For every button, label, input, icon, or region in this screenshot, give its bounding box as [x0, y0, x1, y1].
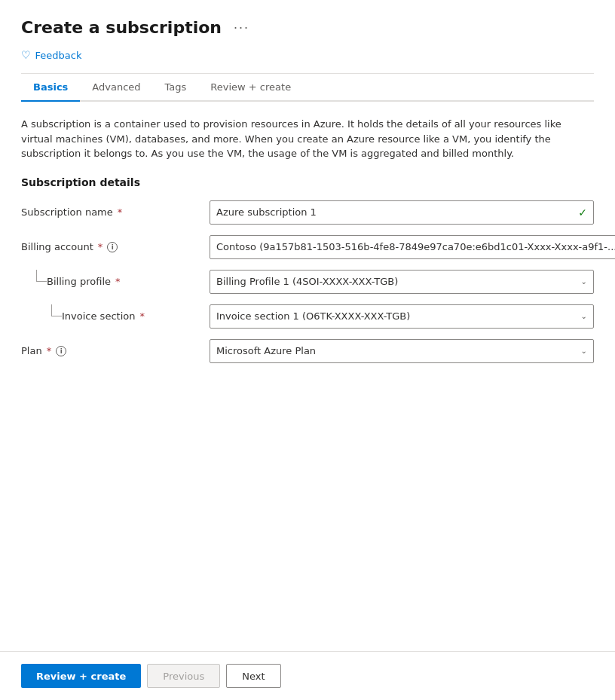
ellipsis-menu-button[interactable]: ··· [229, 18, 254, 37]
invoice-section-row: Invoice section * Invoice section 1 (O6T… [21, 304, 594, 329]
section-title: Subscription details [21, 176, 594, 188]
tab-advanced[interactable]: Advanced [80, 74, 152, 102]
billing-profile-required: * [115, 276, 121, 287]
subscription-name-dropdown[interactable]: Azure subscription 1 ✓ [210, 200, 594, 225]
plan-chevron: ⌄ [581, 347, 587, 355]
tab-tags[interactable]: Tags [153, 74, 199, 102]
chevron-down-icon: ⌄ [581, 347, 587, 355]
page-header: Create a subscription ··· [21, 18, 594, 37]
plan-control: Microsoft Azure Plan ⌄ [210, 339, 594, 363]
chevron-down-icon: ⌄ [581, 312, 587, 320]
feedback-label: Feedback [35, 50, 82, 61]
billing-profile-dropdown[interactable]: Billing Profile 1 (4SOI-XXXX-XXX-TGB) ⌄ [210, 270, 594, 294]
subscription-form: Subscription name * Azure subscription 1… [21, 200, 594, 363]
invoice-section-label-col: Invoice section * [62, 310, 210, 322]
review-create-button[interactable]: Review + create [21, 664, 141, 688]
billing-account-control: Contoso (9a157b81-1503-516b-4fe8-7849e97… [210, 235, 615, 259]
billing-account-dropdown[interactable]: Contoso (9a157b81-1503-516b-4fe8-7849e97… [210, 235, 615, 259]
description-text: A subscription is a container used to pr… [21, 117, 594, 161]
billing-profile-control: Billing Profile 1 (4SOI-XXXX-XXX-TGB) ⌄ [210, 270, 594, 294]
feedback-link[interactable]: ♡ Feedback [21, 49, 81, 61]
subscription-name-label: Subscription name [21, 206, 113, 218]
plan-info-icon[interactable]: i [56, 346, 66, 356]
invoice-section-chevron: ⌄ [581, 312, 587, 320]
invoice-section-label: Invoice section [62, 310, 135, 322]
heart-icon: ♡ [21, 49, 31, 61]
subscription-name-control: Azure subscription 1 ✓ [210, 200, 594, 225]
billing-account-value: Contoso (9a157b81-1503-516b-4fe8-7849e97… [216, 241, 615, 252]
plan-row: Plan * i Microsoft Azure Plan ⌄ [21, 339, 594, 363]
subscription-name-required: * [118, 206, 123, 218]
billing-account-label: Billing account [21, 241, 93, 252]
billing-profile-label-col: Billing profile * [47, 276, 210, 287]
subscription-name-row: Subscription name * Azure subscription 1… [21, 200, 594, 225]
billing-profile-value: Billing Profile 1 (4SOI-XXXX-XXX-TGB) [216, 276, 581, 287]
billing-account-required: * [98, 241, 103, 252]
invoice-section-required: * [139, 310, 145, 322]
checkmark-icon: ✓ [578, 206, 587, 219]
tab-basics[interactable]: Basics [21, 74, 80, 102]
billing-account-info-icon[interactable]: i [107, 242, 118, 252]
chevron-down-icon: ⌄ [581, 277, 587, 286]
tab-review-create[interactable]: Review + create [198, 74, 303, 102]
tab-bar: Basics Advanced Tags Review + create [21, 74, 594, 102]
plan-dropdown[interactable]: Microsoft Azure Plan ⌄ [210, 339, 594, 363]
previous-button[interactable]: Previous [147, 664, 220, 688]
invoice-section-dropdown[interactable]: Invoice section 1 (O6TK-XXXX-XXX-TGB) ⌄ [210, 304, 594, 329]
plan-label-col: Plan * i [21, 345, 210, 356]
billing-profile-row: Billing profile * Billing Profile 1 (4SO… [21, 270, 594, 294]
invoice-section-value: Invoice section 1 (O6TK-XXXX-XXX-TGB) [216, 310, 581, 322]
plan-required: * [47, 345, 52, 356]
plan-label: Plan [21, 345, 42, 356]
footer: Review + create Previous Next [0, 651, 615, 700]
billing-account-row: Billing account * i Contoso (9a157b81-15… [21, 235, 594, 259]
billing-account-label-col: Billing account * i [21, 241, 210, 252]
subscription-name-value: Azure subscription 1 [216, 206, 578, 218]
subscription-name-label-col: Subscription name * [21, 206, 210, 218]
subscription-name-icons: ✓ [578, 206, 587, 219]
plan-value: Microsoft Azure Plan [216, 345, 581, 356]
next-button[interactable]: Next [226, 664, 280, 688]
page-title: Create a subscription [21, 18, 222, 37]
invoice-section-control: Invoice section 1 (O6TK-XXXX-XXX-TGB) ⌄ [210, 304, 594, 329]
billing-profile-label: Billing profile [47, 276, 111, 287]
billing-profile-chevron: ⌄ [581, 277, 587, 286]
